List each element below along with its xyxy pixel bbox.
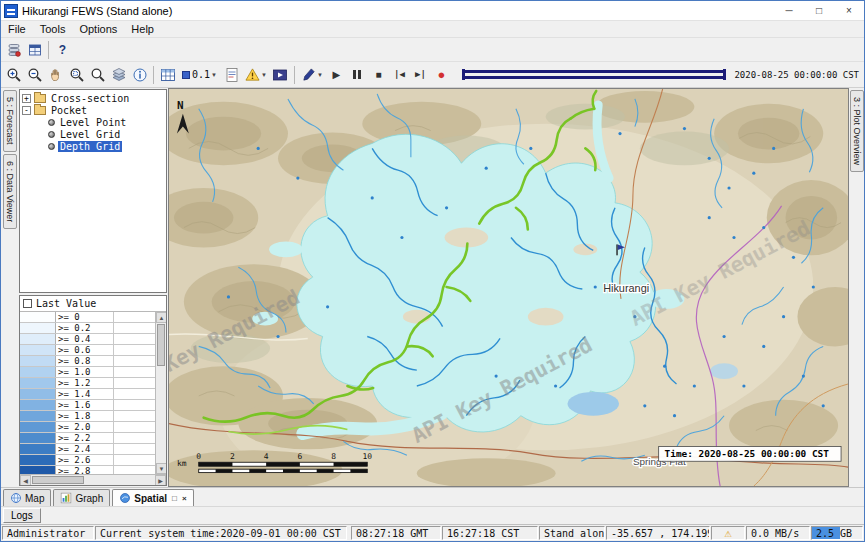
legend-row: >= 2.2 (20, 433, 155, 444)
tab-spatial-label: Spatial (134, 493, 167, 504)
tab-plot-overview[interactable]: 3 : Plot Overview (850, 90, 864, 172)
titlebar: Hikurangi FEWS (Stand alone) ─ □ × (1, 1, 864, 21)
pan-button[interactable] (45, 64, 66, 85)
step-back-button[interactable]: |◀ (389, 64, 410, 85)
right-tab-strip: 3 : Plot Overview (849, 88, 864, 487)
tree-label: Pocket (49, 105, 89, 116)
undock-icon[interactable]: □ (172, 494, 177, 503)
legend-horizontal-scrollbar[interactable]: ◀ ▶ (20, 474, 166, 485)
database-button[interactable] (3, 39, 24, 60)
status-coordinates: -35.657 , 174.199 (606, 526, 710, 540)
minimize-button[interactable]: ─ (774, 1, 804, 20)
collapse-icon[interactable]: - (22, 106, 31, 115)
tab-data-viewer[interactable]: 6 : Data Viewer (3, 154, 17, 229)
tab-map-label: Map (25, 493, 44, 504)
play-button[interactable]: ▶ (326, 64, 347, 85)
legend-row: >= 1.0 (20, 367, 155, 378)
last-value-checkbox[interactable] (23, 299, 32, 308)
legend-row: >= 1.6 (20, 400, 155, 411)
chevron-down-icon: ▼ (211, 72, 217, 78)
status-mode: Stand alone (539, 526, 605, 540)
stop-button[interactable]: ■ (368, 64, 389, 85)
menu-help[interactable]: Help (124, 23, 161, 35)
legend-swatch (20, 312, 56, 322)
toolbar-map: 0.1 ▼ ▼ (1, 62, 864, 88)
step-forward-button[interactable]: ▶| (410, 64, 431, 85)
last-value-label: Last Value (36, 298, 96, 309)
north-label: N (177, 99, 184, 112)
last-value-row: Last Value (20, 296, 166, 312)
legend-row: >= 0.4 (20, 334, 155, 345)
legend-swatch (20, 378, 56, 388)
marker-dropdown[interactable]: ▼ (298, 64, 326, 85)
time-slider[interactable] (462, 68, 726, 81)
profile-button[interactable] (221, 64, 242, 85)
scale-unit: km (177, 459, 187, 468)
scroll-left-icon[interactable]: ◀ (20, 475, 31, 486)
pan-hand-icon (48, 67, 64, 83)
tab-spatial[interactable]: Spatial □ × (112, 489, 193, 506)
play-icon: ▶ (333, 70, 341, 80)
logs-button[interactable]: Logs (3, 508, 41, 523)
legend-vertical-scrollbar[interactable]: ▲ ▼ (155, 312, 166, 474)
tree-item-level-grid[interactable]: Level Grid (22, 128, 166, 140)
folder-icon (34, 94, 46, 103)
legend-label: >= 1.2 (56, 378, 114, 388)
scroll-up-icon[interactable]: ▲ (156, 312, 166, 323)
menu-file[interactable]: File (1, 23, 33, 35)
tree-item-level-point[interactable]: Level Point (22, 116, 166, 128)
status-warning-cell[interactable]: ⚠ (711, 526, 745, 540)
info-button[interactable] (129, 64, 150, 85)
expand-icon[interactable]: + (22, 94, 31, 103)
legend-label: >= 1.6 (56, 400, 114, 410)
scroll-thumb[interactable] (32, 476, 84, 484)
warnings-dropdown[interactable]: ▼ (242, 64, 270, 85)
zoom-extent-icon (90, 67, 106, 83)
warning-icon: ⚠ (724, 526, 731, 540)
layers-icon (111, 67, 127, 83)
record-button[interactable]: ● (431, 64, 452, 85)
tree-item-cross-section[interactable]: + Cross-section (22, 92, 166, 104)
grid-icon (160, 67, 176, 83)
tab-forecast[interactable]: 5 : Forecast (3, 90, 17, 152)
status-network-rate: 0.0 MB/s (746, 526, 810, 540)
help-button[interactable]: ? (52, 39, 73, 60)
animation-button[interactable] (270, 64, 291, 85)
zoom-in-button[interactable] (3, 64, 24, 85)
close-button[interactable]: × (834, 1, 864, 20)
legend-panel: Last Value >= 0 >= 0.2 >= 0.4 >= 0.6 >= … (19, 295, 167, 486)
layer-dot-icon (48, 119, 55, 126)
close-tab-icon[interactable]: × (182, 494, 187, 503)
spatial-icon (119, 492, 131, 504)
left-tab-strip: 5 : Forecast 6 : Data Viewer (1, 88, 18, 487)
grid-display-button[interactable] (157, 64, 178, 85)
tree-item-pocket[interactable]: - Pocket (22, 104, 166, 116)
map-panel: API Key Required API Key Required API Ke… (168, 88, 849, 487)
layers-button[interactable] (108, 64, 129, 85)
zoom-extent-button[interactable] (87, 64, 108, 85)
zoom-out-button[interactable] (24, 64, 45, 85)
pause-button[interactable] (347, 64, 368, 85)
menu-tools[interactable]: Tools (33, 23, 73, 35)
tab-map[interactable]: Map (3, 489, 51, 506)
globe-icon (10, 492, 22, 504)
map-canvas[interactable]: API Key Required API Key Required API Ke… (169, 89, 848, 486)
toolbar-datetime: 2020-08-25 00:00:00 CST (734, 70, 859, 80)
zoom-box-icon (69, 67, 85, 83)
scroll-down-icon[interactable]: ▼ (156, 463, 166, 474)
menu-options[interactable]: Options (72, 23, 124, 35)
scroll-right-icon[interactable]: ▶ (155, 475, 166, 486)
animation-icon (272, 67, 288, 83)
tree-item-depth-grid[interactable]: Depth Grid (22, 140, 166, 152)
interval-dropdown[interactable]: 0.1 ▼ (178, 64, 221, 85)
tree-label-selected: Depth Grid (58, 141, 122, 152)
chart-icon (60, 492, 72, 504)
scroll-thumb[interactable] (157, 324, 165, 366)
table-view-button[interactable] (24, 39, 45, 60)
legend-row: >= 1.8 (20, 411, 155, 422)
tab-graph[interactable]: Graph (53, 489, 110, 506)
maximize-button[interactable]: □ (804, 1, 834, 20)
tab-graph-label: Graph (75, 493, 103, 504)
tree-label: Cross-section (49, 93, 131, 104)
zoom-box-button[interactable] (66, 64, 87, 85)
